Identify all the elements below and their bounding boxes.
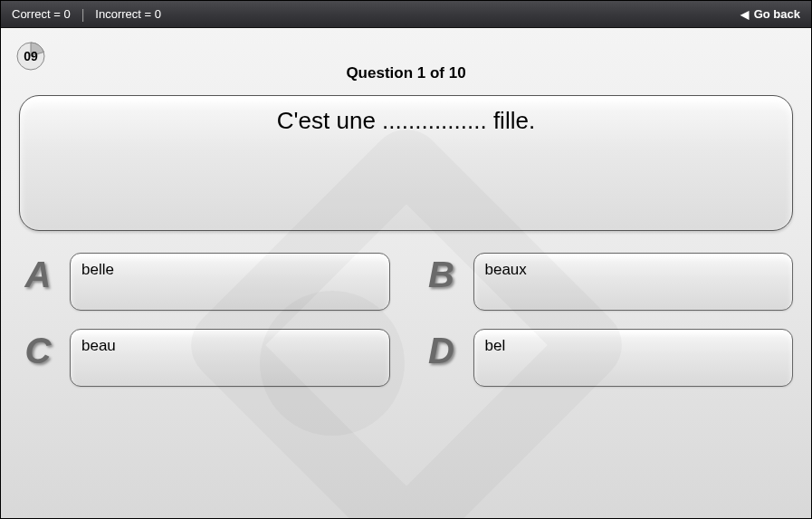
go-back-button[interactable]: ◀ Go back	[740, 7, 800, 21]
timer: 09	[15, 41, 46, 72]
answer-text: bel	[485, 337, 506, 354]
answer-option-b[interactable]: beaux	[473, 253, 794, 311]
answer-text: beaux	[485, 261, 527, 278]
answer-option-d[interactable]: bel	[473, 329, 794, 387]
answer-b: B beaux	[423, 253, 794, 311]
answer-d: D bel	[423, 329, 794, 387]
answer-letter: A	[19, 256, 57, 293]
question-progress: Question 1 of 10	[15, 64, 797, 82]
answer-c: C beau	[19, 329, 390, 387]
correct-score: Correct = 0	[12, 7, 71, 21]
back-arrow-icon: ◀	[740, 8, 749, 21]
timer-value: 09	[24, 49, 38, 63]
answer-a: A belle	[19, 253, 390, 311]
answer-text: beau	[81, 337, 116, 354]
answer-text: belle	[81, 261, 114, 278]
answers-grid: A belle B beaux C beau D bel	[15, 253, 797, 387]
question-text: C'est une ................ fille.	[277, 107, 535, 134]
score-divider: |	[81, 7, 85, 22]
question-box: C'est une ................ fille.	[19, 95, 793, 231]
answer-letter: C	[19, 332, 57, 369]
score-group: Correct = 0 | Incorrect = 0	[12, 7, 161, 22]
top-bar: Correct = 0 | Incorrect = 0 ◀ Go back	[1, 1, 811, 28]
incorrect-score: Incorrect = 0	[95, 7, 161, 21]
go-back-label: Go back	[754, 7, 800, 21]
answer-letter: B	[423, 256, 461, 293]
answer-option-a[interactable]: belle	[70, 253, 390, 311]
content-area: 09 Question 1 of 10 C'est une ..........…	[1, 28, 811, 399]
answer-letter: D	[423, 332, 461, 369]
answer-option-c[interactable]: beau	[70, 329, 390, 387]
